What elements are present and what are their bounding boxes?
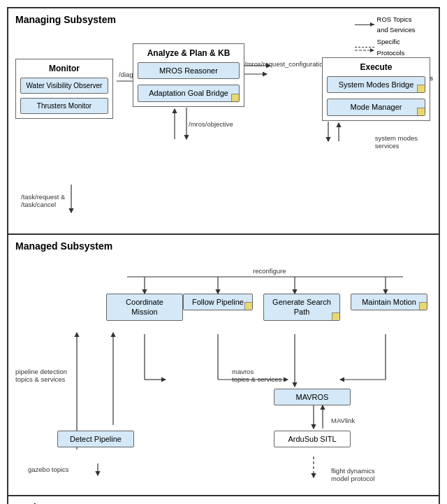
environment-section: Environment Gazebo [8, 496, 439, 504]
analyze-title: Analyze & Plan & KB [138, 48, 240, 58]
managed-section: Managed Subsystem [8, 235, 439, 496]
mavros-box: MAVROS [274, 389, 351, 405]
analyze-box: Analyze & Plan & KB MROS Reasoner Adapta… [133, 43, 244, 107]
coordinate-mission-box: CoordinateMission [106, 294, 183, 321]
detect-pipeline-box: Detect Pipeline [57, 431, 134, 447]
pipeline-detection-label: pipeline detectiontopics & services [15, 368, 67, 383]
maintain-motion-box: Maintain Motion [351, 294, 427, 310]
system-modes-label: system modesservices [375, 134, 418, 150]
thrusters-monitor-box: Thrusters Monitor [20, 98, 108, 114]
mavros-topics-label: mavrostopics & services [232, 368, 281, 383]
managing-section: Managing Subsystem ROS Topicsand Service… [8, 8, 439, 235]
managed-arrows [15, 257, 432, 488]
system-modes-bridge-box: System Modes Bridge [327, 76, 425, 93]
managing-inner: Monitor Water Visibility Observer Thrust… [15, 31, 432, 226]
water-visibility-box: Water Visibility Observer [20, 78, 108, 94]
mode-manager-box: Mode Manager [327, 99, 425, 115]
monitor-title: Monitor [20, 64, 108, 73]
mavlink-label: MAVlink [331, 417, 355, 424]
monitor-box: Monitor Water Visibility Observer Thrust… [15, 59, 113, 119]
mros-objective-label: /mros/objective [189, 120, 233, 128]
reconfigure-label: reconfigure [253, 267, 286, 275]
managed-inner: reconfigure CoordinateMission Follow Pip… [15, 257, 432, 488]
flight-dynamics-label: flight dynamicsmodel protocol [331, 467, 375, 482]
execute-box: Execute System Modes Bridge Mode Manager [322, 57, 430, 121]
main-diagram: Managing Subsystem ROS Topicsand Service… [7, 7, 440, 504]
managed-title: Managed Subsystem [15, 240, 432, 252]
ardusub-sitl-box: ArduSub SITL [274, 431, 351, 447]
adaptation-bridge-box: Adaptation Goal Bridge [138, 85, 240, 101]
mros-reasoner-box: MROS Reasoner [138, 62, 240, 79]
follow-pipeline-box: Follow Pipeline [183, 294, 253, 310]
execute-title: Execute [327, 62, 425, 72]
task-label: /task/request &/task/cancel [21, 193, 65, 208]
gazebo-topics-label: gazebo topics [28, 466, 69, 473]
generate-search-box: Generate SearchPath [263, 294, 340, 321]
mros-config-label: /mros/request_configuration [244, 60, 327, 68]
